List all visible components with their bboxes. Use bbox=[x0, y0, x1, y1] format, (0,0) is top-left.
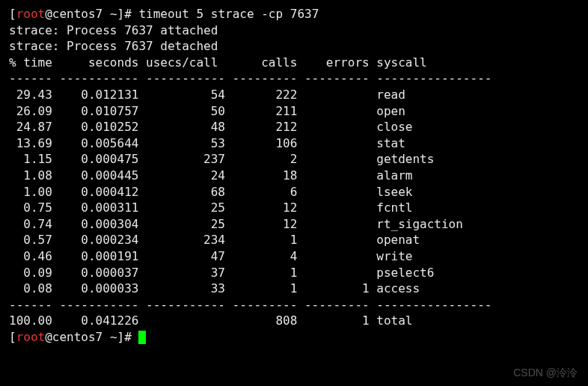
command-line[interactable]: [root@centos7 ~]# bbox=[9, 329, 579, 346]
prompt-at: @ bbox=[45, 7, 52, 21]
table-row: 0.75 0.000311 25 12 fcntl bbox=[9, 200, 579, 216]
table-row: 0.74 0.000304 25 12 rt_sigaction bbox=[9, 216, 579, 233]
table-row: 26.09 0.010757 50 211 open bbox=[9, 103, 579, 120]
prompt-space bbox=[102, 7, 110, 21]
prompt-open-bracket: [ bbox=[9, 7, 16, 21]
prompt-user: root bbox=[16, 7, 46, 21]
table-row: 0.57 0.000234 234 1 openat bbox=[9, 232, 579, 248]
strace-status-line: strace: Process 7637 detached bbox=[9, 38, 579, 55]
prompt-open-bracket: [ bbox=[9, 330, 16, 344]
terminal-output: [root@centos7 ~]# timeout 5 strace -cp 7… bbox=[9, 6, 579, 345]
table-row: 1.08 0.000445 24 18 alarm bbox=[9, 168, 579, 184]
command-text: timeout 5 strace -cp 7637 bbox=[138, 7, 319, 21]
prompt-symbol: # bbox=[124, 330, 132, 344]
table-header: % time seconds usecs/call calls errors s… bbox=[9, 55, 579, 71]
command-line[interactable]: [root@centos7 ~]# timeout 5 strace -cp 7… bbox=[9, 6, 579, 22]
table-total-row: 100.00 0.041226 808 1 total bbox=[9, 313, 579, 329]
table-row: 1.00 0.000412 68 6 lseek bbox=[9, 184, 579, 200]
strace-status-line: strace: Process 7637 attached bbox=[9, 22, 579, 39]
table-row: 0.46 0.000191 47 4 write bbox=[9, 248, 579, 265]
cursor bbox=[138, 331, 146, 344]
prompt-host: centos7 bbox=[52, 7, 102, 21]
watermark: CSDN @泠泠 bbox=[513, 366, 578, 380]
table-separator: ------ ----------- ----------- ---------… bbox=[9, 70, 579, 87]
table-row: 1.15 0.000475 237 2 getdents bbox=[9, 151, 579, 168]
table-row: 29.43 0.012131 54 222 read bbox=[9, 87, 579, 103]
prompt-host: centos7 bbox=[52, 330, 102, 344]
table-separator: ------ ----------- ----------- ---------… bbox=[9, 297, 579, 313]
table-row: 24.87 0.010252 48 212 close bbox=[9, 119, 579, 135]
table-row: 0.08 0.000033 33 1 1 access bbox=[9, 281, 579, 297]
table-row: 13.69 0.005644 53 106 stat bbox=[9, 135, 579, 152]
prompt-user: root bbox=[16, 330, 46, 344]
table-row: 0.09 0.000037 37 1 pselect6 bbox=[9, 265, 579, 281]
prompt-cwd: ~ bbox=[110, 330, 117, 344]
prompt-symbol: # bbox=[124, 7, 132, 21]
prompt-at: @ bbox=[45, 330, 52, 344]
prompt-cwd: ~ bbox=[110, 7, 117, 21]
prompt-close-bracket: ] bbox=[117, 7, 125, 21]
prompt-space bbox=[102, 330, 110, 344]
prompt-close-bracket: ] bbox=[117, 330, 125, 344]
